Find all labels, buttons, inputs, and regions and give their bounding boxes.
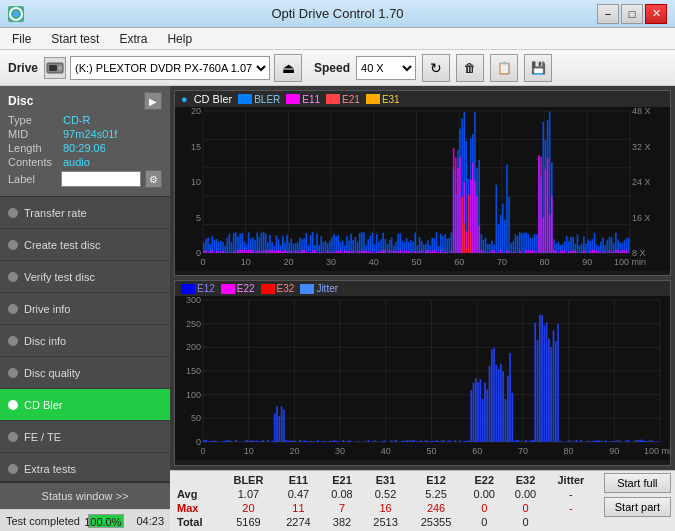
cell-avg-e21: 0.08 bbox=[321, 487, 362, 501]
close-button[interactable]: ✕ bbox=[645, 4, 667, 24]
cell-avg-jitter: - bbox=[546, 487, 596, 501]
mid-value: 97m24s01f bbox=[63, 128, 117, 140]
cell-avg-e11: 0.47 bbox=[275, 487, 321, 501]
menu-help[interactable]: Help bbox=[159, 30, 200, 48]
drive-select[interactable]: (K:) PLEXTOR DVDR PX-760A 1.07 bbox=[70, 56, 270, 80]
cell-avg-e22: 0.00 bbox=[464, 487, 505, 501]
data-table: BLER E11 E21 E31 E12 E22 E32 Jitter Avg bbox=[174, 473, 596, 529]
titlebar-controls: − □ ✕ bbox=[597, 4, 667, 24]
legend-e12: E12 bbox=[181, 283, 215, 294]
nav-label: Disc info bbox=[24, 335, 66, 347]
erase-button[interactable]: 🗑 bbox=[456, 54, 484, 82]
speed-label: Speed bbox=[314, 61, 350, 75]
cell-total-e11: 2274 bbox=[275, 515, 321, 529]
app-icon bbox=[8, 6, 24, 22]
status-time: 04:23 bbox=[136, 515, 164, 527]
start-full-button[interactable]: Start full bbox=[604, 473, 671, 493]
save-button[interactable]: 💾 bbox=[524, 54, 552, 82]
nav-dot bbox=[8, 304, 18, 314]
cell-max-e31: 16 bbox=[363, 501, 409, 515]
legend-bler: BLER bbox=[238, 94, 280, 105]
nav-label: Transfer rate bbox=[24, 207, 87, 219]
statusbar: Test completed 100.0% 04:23 bbox=[0, 509, 170, 531]
cell-max-e12: 246 bbox=[409, 501, 464, 515]
bottom-row: BLER E11 E21 E31 E12 E22 E32 Jitter Avg bbox=[170, 470, 675, 531]
menubar: File Start test Extra Help bbox=[0, 28, 675, 50]
row-label-total: Total bbox=[174, 515, 221, 529]
chart1-title: ● CD Bler BLER E11 E21 E31 bbox=[175, 91, 670, 107]
titlebar: Opti Drive Control 1.70 − □ ✕ bbox=[0, 0, 675, 28]
contents-value: audio bbox=[63, 156, 90, 168]
disc-title: Disc bbox=[8, 94, 33, 108]
nav-dot bbox=[8, 368, 18, 378]
legend-jitter: Jitter bbox=[300, 283, 338, 294]
titlebar-left bbox=[8, 6, 24, 22]
legend-e31: E31 bbox=[366, 94, 400, 105]
sidebar-item-fe-te[interactable]: FE / TE bbox=[0, 421, 170, 453]
sidebar-item-disc-quality[interactable]: Disc quality bbox=[0, 357, 170, 389]
chart1-body bbox=[175, 107, 670, 271]
refresh-button[interactable]: ↻ bbox=[422, 54, 450, 82]
chart1: ● CD Bler BLER E11 E21 E31 bbox=[174, 90, 671, 276]
col-header-e21: E21 bbox=[321, 473, 362, 487]
sidebar-item-transfer-rate[interactable]: Transfer rate bbox=[0, 197, 170, 229]
eject-button[interactable]: ⏏ bbox=[274, 54, 302, 82]
cell-max-bler: 20 bbox=[221, 501, 275, 515]
legend-e21: E21 bbox=[326, 94, 360, 105]
cell-avg-e31: 0.52 bbox=[363, 487, 409, 501]
nav-dot-active bbox=[8, 400, 18, 410]
col-header-bler: BLER bbox=[221, 473, 275, 487]
col-header-empty bbox=[174, 473, 221, 487]
content-area: ● CD Bler BLER E11 E21 E31 E12 E22 E32 bbox=[170, 86, 675, 531]
start-part-button[interactable]: Start part bbox=[604, 497, 671, 517]
legend-e32: E32 bbox=[261, 283, 295, 294]
maximize-button[interactable]: □ bbox=[621, 4, 643, 24]
status-window-button[interactable]: Status window >> bbox=[0, 481, 170, 509]
contents-label: Contents bbox=[8, 156, 63, 168]
charts-area: ● CD Bler BLER E11 E21 E31 E12 E22 E32 bbox=[170, 86, 675, 470]
mid-label: MID bbox=[8, 128, 63, 140]
menu-file[interactable]: File bbox=[4, 30, 39, 48]
drive-container: (K:) PLEXTOR DVDR PX-760A 1.07 ⏏ bbox=[44, 54, 302, 82]
disc-label-input[interactable] bbox=[61, 171, 141, 187]
chart2-canvas bbox=[175, 296, 670, 460]
titlebar-title: Opti Drive Control 1.70 bbox=[0, 6, 675, 21]
table-row-total: Total 5169 2274 382 2513 25355 0 0 bbox=[174, 515, 596, 529]
col-header-jitter: Jitter bbox=[546, 473, 596, 487]
copy-button[interactable]: 📋 bbox=[490, 54, 518, 82]
sidebar-item-verify-test-disc[interactable]: Verify test disc bbox=[0, 261, 170, 293]
chart2-title: E12 E22 E32 Jitter bbox=[175, 281, 670, 296]
drive-icon bbox=[44, 57, 66, 79]
nav-dot bbox=[8, 336, 18, 346]
cell-avg-e32: 0.00 bbox=[505, 487, 546, 501]
nav-label: FE / TE bbox=[24, 431, 61, 443]
sidebar-item-cd-bler[interactable]: CD Bler bbox=[0, 389, 170, 421]
cell-max-e32: 0 bbox=[505, 501, 546, 515]
nav-label-active: CD Bler bbox=[24, 399, 63, 411]
sidebar-item-extra-tests[interactable]: Extra tests bbox=[0, 453, 170, 481]
col-header-e31: E31 bbox=[363, 473, 409, 487]
svg-rect-3 bbox=[49, 65, 57, 71]
nav-label: Disc quality bbox=[24, 367, 80, 379]
cell-avg-bler: 1.07 bbox=[221, 487, 275, 501]
svg-point-4 bbox=[58, 66, 62, 70]
col-header-e32: E32 bbox=[505, 473, 546, 487]
cell-total-e32: 0 bbox=[505, 515, 546, 529]
speed-select[interactable]: 40 X bbox=[356, 56, 416, 80]
menu-start-test[interactable]: Start test bbox=[43, 30, 107, 48]
cell-avg-e12: 5.25 bbox=[409, 487, 464, 501]
sidebar: Disc ▶ Type CD-R MID 97m24s01f Length 80… bbox=[0, 86, 170, 531]
minimize-button[interactable]: − bbox=[597, 4, 619, 24]
chart2: E12 E22 E32 Jitter bbox=[174, 280, 671, 466]
sidebar-item-create-test-disc[interactable]: Create test disc bbox=[0, 229, 170, 261]
nav-label: Drive info bbox=[24, 303, 70, 315]
row-label-max: Max bbox=[174, 501, 221, 515]
disc-settings-button[interactable]: ⚙ bbox=[145, 170, 162, 188]
cell-max-e22: 0 bbox=[464, 501, 505, 515]
menu-extra[interactable]: Extra bbox=[111, 30, 155, 48]
sidebar-item-drive-info[interactable]: Drive info bbox=[0, 293, 170, 325]
disc-arrow-button[interactable]: ▶ bbox=[144, 92, 162, 110]
action-buttons: Start full Start part bbox=[600, 471, 675, 531]
sidebar-item-disc-info[interactable]: Disc info bbox=[0, 325, 170, 357]
disc-panel: Disc ▶ Type CD-R MID 97m24s01f Length 80… bbox=[0, 86, 170, 197]
